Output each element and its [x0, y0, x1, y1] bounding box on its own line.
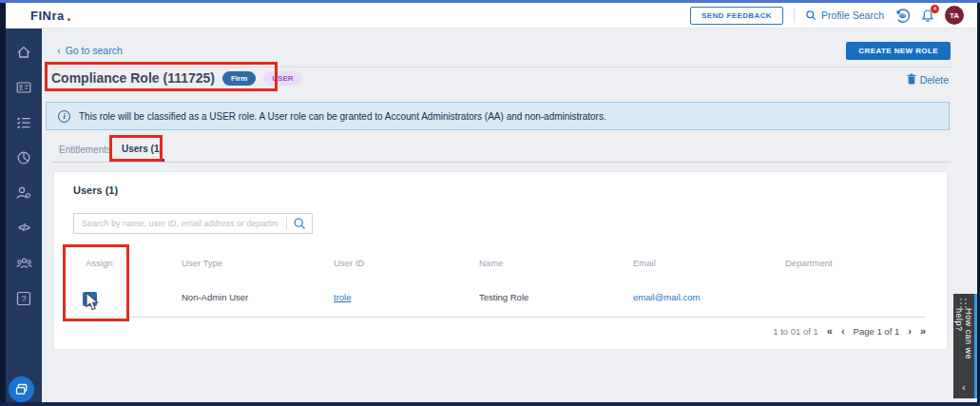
sidebar-team-icon[interactable]: [16, 255, 32, 271]
search-submit-button[interactable]: [287, 217, 312, 230]
go-to-search-link[interactable]: ‹ Go to search: [57, 45, 123, 56]
profile-search[interactable]: Profile Search: [805, 10, 884, 21]
column-header-email: Email: [633, 258, 656, 268]
logo-dot: [67, 18, 70, 21]
column-header-user-id: User ID: [334, 258, 364, 268]
pagination-range-text: 1 to 01 of 1: [773, 326, 818, 337]
info-icon: i: [58, 110, 70, 123]
column-header-department: Department: [785, 258, 833, 268]
tab-entitlements[interactable]: Entitlements: [59, 145, 111, 155]
table-row: ✓ Non-Admin User trole Testing Role emai…: [54, 288, 947, 307]
user-search-input[interactable]: [74, 219, 286, 228]
sidebar-pie-chart-icon[interactable]: [16, 149, 32, 165]
column-header-assign: Assign: [86, 258, 113, 268]
user-search-box: [73, 213, 313, 234]
info-banner: i This role will be classified as a USER…: [46, 102, 950, 130]
user-badge: USER: [263, 71, 301, 86]
left-sidebar: </> ?: [6, 29, 42, 402]
tab-users[interactable]: Users (1): [122, 144, 163, 154]
svg-text:?: ?: [21, 294, 26, 303]
mouse-cursor: [86, 292, 100, 316]
sidebar-user-settings-icon[interactable]: [16, 184, 32, 201]
top-bar-actions: SEND FEEDBACK Profile Search 4 TA: [690, 6, 964, 25]
view-history-icon[interactable]: [894, 8, 911, 24]
go-to-search-label: Go to search: [66, 45, 123, 56]
title-row: Compliance Role (111725) Firm USER: [51, 70, 302, 86]
users-panel-heading: Users (1): [73, 184, 118, 196]
cell-user-id-link[interactable]: trole: [334, 292, 351, 302]
pagination-page-text: Page 1 of 1: [854, 326, 900, 337]
finra-logo-text: FINra: [30, 9, 65, 23]
help-widget-tab[interactable]: How can we help? ‹: [953, 294, 977, 398]
cell-email-link[interactable]: email@mail.com: [633, 292, 700, 302]
delete-label: Delete: [920, 74, 949, 86]
window-frame-top: [0, 0, 980, 3]
app-window: FINra SEND FEEDBACK Profile Search 4 TA: [0, 0, 980, 406]
cell-name: Testing Role: [479, 292, 528, 302]
divider: [53, 67, 951, 68]
widgets-fab-button[interactable]: [9, 377, 34, 402]
window-frame-bottom: [0, 402, 980, 406]
pagination: 1 to 01 of 1 « ‹ Page 1 of 1 › »: [773, 326, 926, 337]
send-feedback-button[interactable]: SEND FEEDBACK: [690, 7, 783, 25]
create-new-role-button[interactable]: CREATE NEW ROLE: [846, 42, 951, 60]
info-banner-text: This role will be classified as a USER r…: [79, 111, 606, 122]
page-title: Compliance Role (111725): [51, 70, 215, 86]
table-header-row: Assign User Type User ID Name Email Depa…: [54, 258, 947, 269]
notifications-bell-icon[interactable]: 4: [921, 9, 934, 23]
main-content: ‹ Go to search CREATE NEW ROLE Complianc…: [42, 29, 977, 402]
profile-search-label: Profile Search: [821, 10, 884, 21]
pagination-last-icon[interactable]: »: [920, 326, 926, 337]
pagination-next-icon[interactable]: ›: [908, 326, 912, 337]
divider: [73, 317, 926, 318]
back-chevron-icon: ‹: [57, 45, 61, 56]
sidebar-code-icon[interactable]: </>: [16, 220, 32, 236]
top-bar: FINra SEND FEEDBACK Profile Search 4 TA: [6, 3, 977, 29]
user-avatar[interactable]: TA: [945, 6, 964, 25]
notification-count-badge: 4: [931, 5, 939, 13]
sidebar-home-icon[interactable]: [16, 44, 32, 60]
sidebar-help-icon[interactable]: ?: [16, 290, 32, 306]
pagination-prev-icon[interactable]: ‹: [841, 326, 845, 337]
pagination-first-icon[interactable]: «: [827, 326, 833, 337]
column-header-user-type: User Type: [182, 258, 222, 268]
sidebar-contact-card-icon[interactable]: [16, 79, 32, 95]
users-panel: Users (1) Assign User Type User ID Name …: [53, 171, 948, 350]
drag-handle-icon: [960, 299, 968, 308]
finra-logo[interactable]: FINra: [30, 9, 70, 23]
help-collapse-chevron-icon[interactable]: ‹: [962, 382, 965, 393]
divider: [794, 8, 795, 23]
window-frame-left: [0, 0, 6, 406]
cell-user-type: Non-Admin User: [182, 292, 248, 302]
trash-icon: [907, 73, 916, 87]
firm-badge: Firm: [222, 71, 256, 86]
divider: [53, 162, 951, 163]
column-header-name: Name: [479, 258, 503, 268]
sidebar-checklist-icon[interactable]: [16, 114, 32, 130]
search-icon: [805, 10, 817, 21]
help-widget-label: How can we help?: [954, 308, 973, 382]
delete-role-button[interactable]: Delete: [907, 73, 949, 87]
